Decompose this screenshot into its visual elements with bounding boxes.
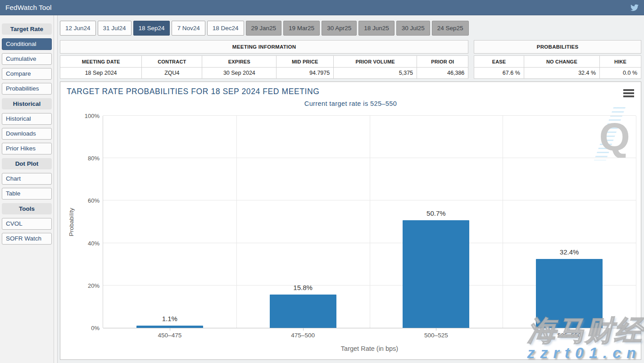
gridline <box>503 116 503 328</box>
gridline <box>236 116 237 328</box>
cell-mid-price: 94.7975 <box>277 68 334 79</box>
cell-prior-oi: 46,386 <box>417 68 468 79</box>
sidebar: Target RateConditionalCumulativeCompareP… <box>0 15 54 363</box>
probabilities-table: EASENO CHANGEHIKE 67.6 %32.4 %0.0 % <box>474 55 641 79</box>
tab-18-sep24[interactable]: 18 Sep24 <box>133 21 170 36</box>
fedwatch-app: FedWatch Tool Target RateConditionalCumu… <box>0 0 644 363</box>
y-tick-label: 100% <box>85 113 100 119</box>
table-row: 67.6 %32.4 %0.0 % <box>474 68 641 79</box>
bar-525-550[interactable] <box>536 259 603 328</box>
x-tick-label: 475–500 <box>236 332 370 339</box>
tab-18-dec24[interactable]: 18 Dec24 <box>207 21 244 36</box>
x-axis-line <box>103 328 636 328</box>
sidebar-section-header-target-rate: Target Rate <box>2 23 52 35</box>
sidebar-item-conditional[interactable]: Conditional <box>2 38 52 50</box>
cell-meeting-date: 18 Sep 2024 <box>60 68 142 79</box>
column-header-prior-volume: PRIOR VOLUME <box>334 56 417 68</box>
cell-no-change: 32.4 % <box>524 68 599 79</box>
column-header-ease: EASE <box>474 56 524 68</box>
sidebar-item-historical[interactable]: Historical <box>2 113 52 125</box>
bar-475-500[interactable] <box>270 295 336 328</box>
tab-29-jan25[interactable]: 29 Jan25 <box>246 21 282 36</box>
sidebar-section-header-historical: Historical <box>2 98 52 109</box>
y-tick-label: 80% <box>88 155 100 162</box>
cell-hike: 0.0 % <box>600 68 641 79</box>
column-header-no-change: NO CHANGE <box>524 56 599 68</box>
x-tick-mark <box>170 328 170 331</box>
plot-area: 0%20%40%60%80%100%1.1%450–47515.8%475–50… <box>103 116 636 328</box>
chart-panel: TARGET RATE PROBABILITIES FOR 18 SEP 202… <box>60 82 641 360</box>
tab-19-mar25[interactable]: 19 Mar25 <box>283 21 320 36</box>
sidebar-item-table[interactable]: Table <box>2 188 52 200</box>
bar-value-label: 50.7% <box>370 209 503 217</box>
tab-24-sep25[interactable]: 24 Sep25 <box>432 21 469 36</box>
bar-value-label: 15.8% <box>236 284 370 291</box>
meeting-tabs: 12 Jun2431 Jul2418 Sep247 Nov2418 Dec242… <box>60 21 641 36</box>
sidebar-item-downloads[interactable]: Downloads <box>2 128 52 140</box>
sidebar-item-cumulative[interactable]: Cumulative <box>2 53 52 65</box>
tab-18-jun25[interactable]: 18 Jun25 <box>358 21 395 36</box>
twitter-icon[interactable] <box>630 4 639 12</box>
tab-7-nov24[interactable]: 7 Nov24 <box>172 21 205 36</box>
cell-prior-volume: 5,375 <box>334 68 417 79</box>
column-header-prior-oi: PRIOR OI <box>417 56 468 68</box>
x-tick-mark <box>569 328 570 331</box>
sidebar-section-header-tools: Tools <box>2 203 52 214</box>
sidebar-item-compare[interactable]: Compare <box>2 68 52 80</box>
column-header-contract: CONTRACT <box>142 56 202 68</box>
cell-ease: 67.6 % <box>474 68 524 79</box>
bar-value-label: 32.4% <box>503 248 636 256</box>
column-header-hike: HIKE <box>600 56 641 68</box>
x-tick-mark <box>436 328 436 331</box>
column-header-mid-price: MID PRICE <box>277 56 334 68</box>
chart-subtitle: Current target rate is 525–550 <box>60 100 641 107</box>
column-header-meeting-date: MEETING DATE <box>60 56 142 68</box>
column-header-expires: EXPIRES <box>202 56 277 68</box>
y-axis-title: Probability <box>68 208 75 236</box>
sidebar-divider <box>54 15 58 363</box>
gridline <box>636 116 636 328</box>
x-tick-mark <box>303 328 304 331</box>
sidebar-item-cvol[interactable]: CVOL <box>2 218 52 230</box>
probabilities-panel: PROBABILITIES EASENO CHANGEHIKE 67.6 %32… <box>474 40 641 79</box>
tab-12-jun24[interactable]: 12 Jun24 <box>60 21 96 36</box>
table-row: 18 Sep 2024ZQU430 Sep 202494.79755,37546… <box>60 68 468 79</box>
sidebar-item-probabilities[interactable]: Probabilities <box>2 83 52 95</box>
x-tick-label: 525–550 <box>503 332 636 339</box>
sidebar-item-prior-hikes[interactable]: Prior Hikes <box>2 143 52 154</box>
bar-500-525[interactable] <box>403 220 469 328</box>
tab-31-jul24[interactable]: 31 Jul24 <box>98 21 132 36</box>
main-content: 12 Jun2431 Jul2418 Sep247 Nov2418 Dec242… <box>58 15 644 363</box>
sidebar-item-chart[interactable]: Chart <box>2 173 52 185</box>
x-axis-title: Target Rate (in bps) <box>103 345 636 352</box>
gridline <box>370 116 370 328</box>
sidebar-item-sofr-watch[interactable]: SOFR Watch <box>2 233 52 245</box>
app-title: FedWatch Tool <box>5 4 52 12</box>
app-header: FedWatch Tool <box>0 0 644 15</box>
probabilities-caption: PROBABILITIES <box>474 40 641 54</box>
cell-expires: 30 Sep 2024 <box>202 68 277 79</box>
meeting-information-caption: MEETING INFORMATION <box>60 40 468 54</box>
chart-menu-icon[interactable] <box>623 89 634 99</box>
y-tick-label: 0% <box>91 325 100 331</box>
x-tick-label: 450–475 <box>103 332 236 339</box>
y-axis-line <box>103 116 103 328</box>
chart-title: TARGET RATE PROBABILITIES FOR 18 SEP 202… <box>67 87 319 96</box>
cell-contract: ZQU4 <box>142 68 202 79</box>
x-tick-label: 500–525 <box>370 332 503 339</box>
y-tick-label: 40% <box>88 240 100 246</box>
tab-30-jul25[interactable]: 30 Jul25 <box>396 21 430 36</box>
y-tick-label: 60% <box>88 197 100 204</box>
meeting-information-table: MEETING DATECONTRACTEXPIRESMID PRICEPRIO… <box>60 55 468 79</box>
tab-30-apr25[interactable]: 30 Apr25 <box>322 21 357 36</box>
meeting-information-panel: MEETING INFORMATION MEETING DATECONTRACT… <box>60 40 468 79</box>
bar-value-label: 1.1% <box>103 315 236 322</box>
y-tick-label: 20% <box>88 282 100 289</box>
sidebar-section-header-dot-plot: Dot Plot <box>2 158 52 169</box>
